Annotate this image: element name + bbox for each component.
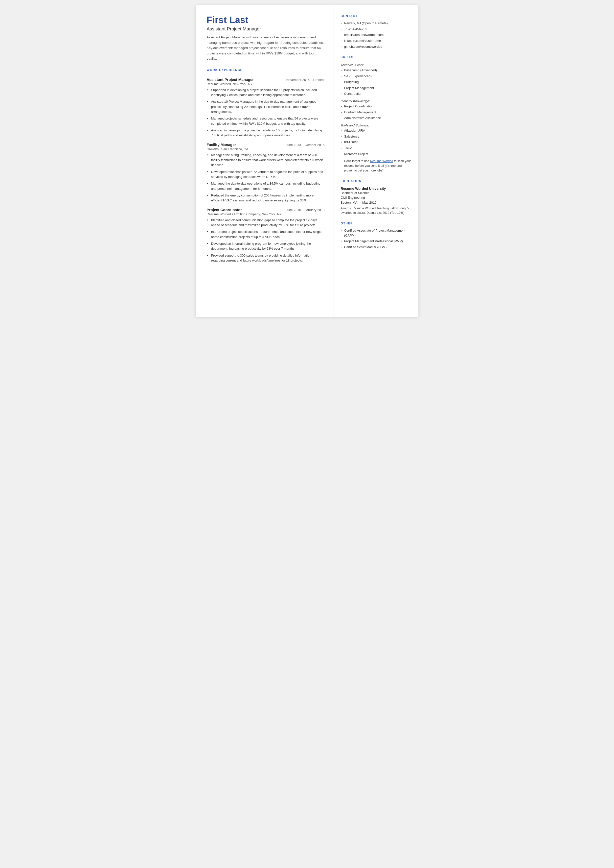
skill-admin-assistance: Administrative Assistance — [341, 116, 411, 121]
other-section-title: OTHER — [341, 222, 411, 227]
job-1-bullet-3: Managed projects' schedule and resources… — [207, 116, 325, 126]
education-section-title: EDUCATION — [341, 179, 411, 184]
job-3-bullet-1: Identified and closed communication gaps… — [207, 218, 325, 228]
other-item-3: Certified ScrumMaster (CSM). — [341, 245, 411, 250]
right-column: CONTACT Newark, NJ (Open to Remote) +1-2… — [334, 5, 419, 317]
resume-page: First Last Assistant Project Manager Ass… — [196, 5, 419, 317]
job-1-header: Assistant Project Manager November 2015 … — [207, 78, 325, 82]
education-entry: Resume Worded University Bachelor of Sci… — [341, 186, 411, 216]
job-1-bullet-1: Supported in developing a project schedu… — [207, 88, 325, 98]
contact-phone: +1-234-456-789 — [341, 27, 411, 32]
contact-section-title: CONTACT — [341, 14, 411, 19]
edu-degree: Bachelor of Science — [341, 191, 411, 196]
edu-awards: Awards: Resume Worded Teaching Fellow (o… — [341, 206, 411, 215]
skills-note: Don't forget to use Resume Worded to sca… — [341, 159, 411, 173]
name-title-block: First Last Assistant Project Manager — [207, 15, 325, 32]
candidate-name: First Last — [207, 15, 325, 25]
skill-ibm-spss: IBM SPSS — [341, 140, 411, 145]
job-2-bullet-3: Managed the day-to-day operations of a $… — [207, 181, 325, 191]
industry-skills-label: Industry Knowledge: — [341, 99, 411, 103]
job-1-dates: November 2015 – Present — [286, 78, 325, 82]
job-3-title: Project Coordinator — [207, 208, 242, 212]
job-3-bullet-4: Provided support to 300 sales teams by p… — [207, 253, 325, 263]
tools-skills-list: Atlassian JIRA Salesforce IBM SPSS Trell… — [341, 128, 411, 156]
edu-field: Civil Engineering — [341, 195, 411, 200]
left-column: First Last Assistant Project Manager Ass… — [196, 5, 334, 317]
technical-skills-label: Technical Skills: — [341, 63, 411, 67]
skill-construction: Construction — [341, 91, 411, 96]
job-3-dates: June 2010 – January 2013 — [285, 208, 324, 212]
other-item-1: Certified Associate of Project Managemen… — [341, 228, 411, 238]
job-1-bullet-2: Assisted 10 Project Managers in the day-… — [207, 99, 325, 114]
summary-text: Assistant Project Manager with over 9 ye… — [207, 35, 325, 61]
contact-email: email@resumeworded.com — [341, 33, 411, 37]
skill-basecamp: Basecamp (Advanced) — [341, 68, 411, 73]
job-3: Project Coordinator June 2010 – January … — [207, 208, 325, 263]
job-1: Assistant Project Manager November 2015 … — [207, 78, 325, 138]
job-3-bullets: Identified and closed communication gaps… — [207, 218, 325, 263]
job-2-header: Facility Manager June 2013 – October 201… — [207, 143, 325, 147]
skill-project-management: Project Management — [341, 85, 411, 90]
job-2-bullets: Managed the hiring, training, coaching, … — [207, 153, 325, 203]
resume-worded-link[interactable]: Resume Worded — [370, 159, 393, 163]
job-1-bullets: Supported in developing a project schedu… — [207, 88, 325, 138]
skill-contract-management: Contract Management — [341, 110, 411, 115]
job-3-company: Resume Worded's Exciting Company, New Yo… — [207, 212, 325, 216]
contact-linkedin: linkedin.com/in/username — [341, 38, 411, 43]
skills-section-title: SKILLS — [341, 56, 411, 60]
job-3-header: Project Coordinator June 2010 – January … — [207, 208, 325, 212]
work-experience-section-title: WORK EXPERIENCE — [207, 68, 325, 73]
job-2-title: Facility Manager — [207, 143, 236, 147]
job-2-bullet-1: Managed the hiring, training, coaching, … — [207, 153, 325, 168]
skill-budgeting: Budgeting — [341, 80, 411, 85]
technical-skills-list: Basecamp (Advanced) SAP (Experienced) Bu… — [341, 68, 411, 96]
skill-jira: Atlassian JIRA — [341, 128, 411, 133]
industry-skills-list: Project Coordination Contract Management… — [341, 104, 411, 121]
skill-sap: SAP (Experienced) — [341, 74, 411, 79]
contact-location: Newark, NJ (Open to Remote) — [341, 21, 411, 26]
job-2-bullet-2: Developed relationships with 72 vendors … — [207, 169, 325, 180]
skill-project-coordination: Project Coordination — [341, 104, 411, 109]
job-1-bullet-4: Assisted in developing a project schedul… — [207, 128, 325, 138]
job-2: Facility Manager June 2013 – October 201… — [207, 143, 325, 203]
skill-microsoft-project: Microsoft Project — [341, 152, 411, 157]
tools-skills-label: Tools and Software: — [341, 123, 411, 127]
job-3-bullet-2: Interpreted project specifications, requ… — [207, 229, 325, 239]
job-2-dates: June 2013 – October 2015 — [285, 143, 324, 147]
job-3-bullet-3: Developed an internal training program f… — [207, 241, 325, 252]
contact-github: github.com/resumeworded — [341, 44, 411, 49]
other-item-2: Project Management Professional (PMP). — [341, 239, 411, 244]
skill-salesforce: Salesforce — [341, 134, 411, 139]
edu-location-date: Boston, MA — May 2010 — [341, 200, 411, 205]
edu-school: Resume Worded University — [341, 186, 411, 191]
job-1-company: Resume Worded, New York, NY — [207, 82, 325, 86]
other-list: Certified Associate of Project Managemen… — [341, 228, 411, 250]
skill-trello: Trello — [341, 146, 411, 151]
job-1-title: Assistant Project Manager — [207, 78, 254, 82]
job-2-bullet-4: Reduced the energy consumption of 200 ho… — [207, 193, 325, 203]
candidate-title: Assistant Project Manager — [207, 26, 325, 32]
job-2-company: Growthsi, San Francisco, CA — [207, 147, 325, 151]
contact-list: Newark, NJ (Open to Remote) +1-234-456-7… — [341, 21, 411, 49]
